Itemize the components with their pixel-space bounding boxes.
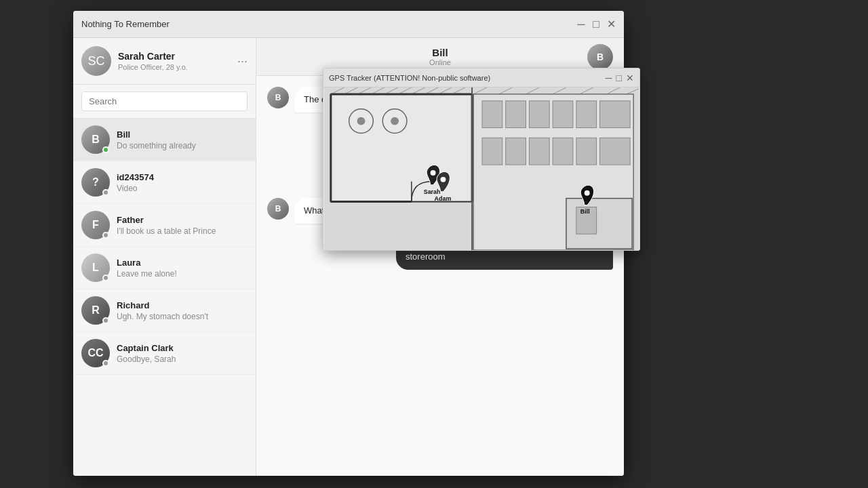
svg-point-19 — [391, 117, 399, 125]
gps-maximize-button[interactable]: □ — [616, 73, 622, 83]
contact-name-father: Father — [117, 215, 248, 225]
gps-map-content: Sarah Adam Bill — [323, 87, 639, 250]
app-title: Nothing To Remember — [81, 19, 170, 29]
svg-text:Sarah: Sarah — [424, 188, 441, 195]
close-button[interactable]: ✕ — [606, 20, 616, 29]
current-user-info: Sarah Carter Police Officer, 28 y.o. — [118, 51, 231, 71]
contact-item-id243574[interactable]: ? id243574 Video — [73, 161, 256, 204]
svg-point-48 — [585, 190, 590, 196]
current-user-role: Police Officer, 28 y.o. — [118, 63, 231, 71]
status-dot-richard — [102, 317, 109, 324]
contact-info-laura: Laura Leave me alone! — [117, 258, 248, 279]
contact-name-bill: Bill — [117, 129, 248, 140]
contact-preview-bill: Do something already — [117, 141, 248, 150]
contact-name-laura: Laura — [117, 258, 248, 268]
status-dot-id — [102, 189, 109, 196]
svg-rect-25 — [529, 101, 549, 128]
contact-preview-father: I'll book us a table at Prince — [117, 226, 248, 236]
contact-info-richard: Richard Ugh. My stomach doesn't — [117, 300, 248, 321]
svg-rect-26 — [553, 101, 573, 128]
contact-item-captain[interactable]: CC Captain Clark Goodbye, Sarah — [73, 332, 256, 375]
svg-rect-28 — [600, 101, 631, 128]
svg-rect-31 — [529, 138, 549, 165]
status-dot-laura — [102, 274, 109, 281]
current-user-name: Sarah Carter — [118, 51, 231, 62]
gps-title-bar: GPS Tracker (ATTENTION! Non-public softw… — [323, 68, 639, 87]
sidebar: SC Sarah Carter Police Officer, 28 y.o. … — [73, 38, 256, 476]
svg-rect-33 — [576, 138, 597, 165]
contact-list: B Bill Do something already ? — [73, 119, 256, 476]
gps-close-button[interactable]: ✕ — [626, 73, 634, 83]
gps-window-controls: ─ □ ✕ — [606, 73, 634, 83]
contact-preview-laura: Leave me alone! — [117, 269, 248, 279]
svg-rect-24 — [506, 101, 526, 128]
window-controls: ─ □ ✕ — [576, 20, 616, 29]
contact-info-father: Father I'll book us a table at Prince — [117, 215, 248, 236]
contact-item-laura[interactable]: L Laura Leave me alone! — [73, 247, 256, 289]
search-container — [73, 85, 256, 119]
status-dot-captain — [102, 360, 109, 367]
contact-info-id: id243574 Video — [117, 172, 248, 193]
contact-name-richard: Richard — [117, 300, 248, 310]
svg-point-18 — [357, 117, 366, 125]
svg-rect-27 — [576, 101, 597, 128]
svg-text:Adam: Adam — [435, 195, 452, 202]
gps-tracker-window: GPS Tracker (ATTENTION! Non-public softw… — [323, 68, 640, 251]
svg-text:Bill: Bill — [580, 208, 590, 215]
contact-avatar-wrap-laura: L — [81, 253, 110, 282]
current-user-avatar: SC — [81, 46, 111, 76]
svg-point-44 — [431, 170, 436, 176]
current-user-avatar-img: SC — [81, 46, 111, 76]
svg-point-46 — [441, 177, 446, 182]
svg-rect-34 — [600, 138, 631, 165]
svg-rect-23 — [482, 101, 502, 128]
chat-header-avatar: B — [587, 44, 613, 70]
contact-avatar-wrap-id: ? — [81, 168, 110, 197]
svg-rect-29 — [482, 138, 502, 165]
contact-avatar-wrap-richard: R — [81, 296, 110, 325]
contact-avatar-wrap-bill: B — [81, 125, 110, 154]
contact-avatar-wrap-father: F — [81, 211, 110, 239]
contact-preview-id: Video — [117, 184, 248, 193]
svg-rect-1 — [331, 94, 472, 202]
maximize-button[interactable]: □ — [591, 20, 601, 29]
contact-item-richard[interactable]: R Richard Ugh. My stomach doesn't — [73, 289, 256, 332]
status-dot-father — [102, 232, 109, 239]
contact-info-bill: Bill Do something already — [117, 129, 248, 150]
gps-minimize-button[interactable]: ─ — [606, 73, 612, 83]
contact-preview-richard: Ugh. My stomach doesn't — [117, 312, 248, 321]
contact-avatar-wrap-captain: CC — [81, 339, 110, 367]
chat-header-center: Bill Online — [429, 47, 451, 66]
svg-rect-32 — [553, 138, 573, 165]
chat-contact-status: Online — [429, 58, 451, 66]
contact-name-id: id243574 — [117, 172, 248, 182]
title-bar: Nothing To Remember ─ □ ✕ — [73, 11, 624, 38]
contact-item-bill[interactable]: B Bill Do something already — [73, 119, 256, 161]
gps-window-title: GPS Tracker (ATTENTION! Non-public softw… — [329, 74, 490, 82]
more-options-button[interactable]: ··· — [237, 54, 248, 68]
search-input[interactable] — [81, 92, 248, 111]
status-dot-bill — [102, 146, 109, 153]
contact-name-captain: Captain Clark — [117, 343, 248, 353]
minimize-button[interactable]: ─ — [576, 20, 586, 29]
svg-rect-30 — [506, 138, 526, 165]
message-avatar-4: B — [267, 198, 289, 220]
floor-plan-svg: Sarah Adam Bill — [323, 87, 639, 250]
contact-preview-captain: Goodbye, Sarah — [117, 354, 248, 364]
sidebar-header: SC Sarah Carter Police Officer, 28 y.o. … — [73, 38, 256, 85]
contact-item-father[interactable]: F Father I'll book us a table at Prince — [73, 204, 256, 247]
chat-contact-name: Bill — [429, 47, 451, 58]
message-avatar-1: B — [267, 87, 289, 108]
contact-info-captain: Captain Clark Goodbye, Sarah — [117, 343, 248, 364]
